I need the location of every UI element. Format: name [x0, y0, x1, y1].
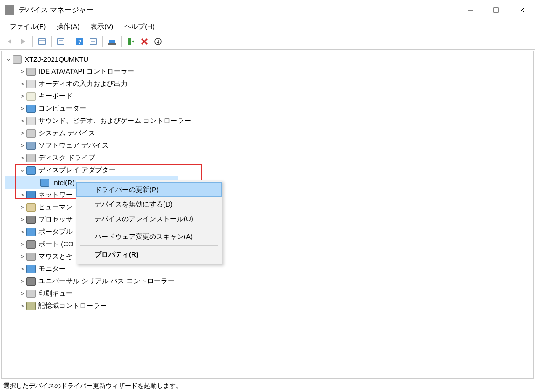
tree-item-system[interactable]: システム デバイス [5, 127, 533, 139]
chevron-right-icon[interactable] [18, 81, 26, 87]
minimize-button[interactable] [458, 0, 483, 20]
chevron-right-icon[interactable] [18, 217, 26, 223]
enable-device-button[interactable] [124, 35, 137, 48]
svg-rect-13 [108, 43, 116, 45]
chevron-down-icon[interactable] [5, 56, 13, 63]
scan-hardware-button[interactable] [87, 35, 100, 48]
ctx-item-label: ドライバーの更新(P) [95, 185, 159, 194]
tree-root-label: XTZJ-2021QUMKTU [25, 55, 88, 63]
tree-item-label: プロセッサ [38, 215, 73, 224]
tree-item-sound[interactable]: サウンド、ビデオ、およびゲーム コントローラー [5, 115, 533, 127]
svg-rect-1 [494, 8, 498, 12]
context-menu: ドライバーの更新(P) デバイスを無効にする(D) デバイスのアンインストール(… [76, 180, 222, 264]
tree-item-label: ユニバーサル シリアル バス コントローラー [38, 277, 175, 286]
chevron-right-icon[interactable] [18, 278, 26, 285]
tree-item-printq[interactable]: 印刷キュー [5, 287, 533, 300]
uninstall-device-button[interactable] [138, 35, 151, 48]
usb-icon [26, 277, 36, 286]
chevron-right-icon[interactable] [18, 143, 26, 149]
network-icon [26, 191, 36, 199]
ctx-properties[interactable]: プロパティ(R) [76, 247, 222, 262]
chevron-right-icon[interactable] [18, 204, 26, 211]
device-tree[interactable]: XTZJ-2021QUMKTU IDE ATA/ATAPI コントローラー オー… [1, 51, 534, 379]
menu-help[interactable]: ヘルプ(H) [120, 21, 159, 32]
disk-icon [26, 154, 36, 162]
ctx-update-driver[interactable]: ドライバーの更新(P) [76, 182, 222, 197]
chevron-right-icon[interactable] [18, 192, 26, 198]
tree-item-label: サウンド、ビデオ、およびゲーム コントローラー [38, 117, 191, 125]
toolbar: ? [0, 33, 535, 50]
chevron-right-icon[interactable] [18, 291, 26, 297]
separator [121, 36, 122, 47]
help-button[interactable]: ? [73, 35, 86, 48]
svg-rect-4 [39, 39, 45, 44]
tree-item-label: ディスプレイ アダプター [38, 166, 116, 175]
window-controls [458, 0, 535, 20]
chevron-down-icon[interactable] [18, 167, 26, 174]
chevron-right-icon[interactable] [18, 106, 26, 112]
update-driver-button[interactable] [106, 35, 118, 48]
tree-item-label: ヒューマン [38, 203, 73, 212]
app-icon [5, 5, 14, 15]
tree-item-label: 印刷キュー [38, 289, 73, 298]
tree-item-label: 記憶域コントローラー [38, 302, 107, 310]
svg-text:?: ? [78, 39, 81, 45]
ctx-disable-device[interactable]: デバイスを無効にする(D) [76, 197, 222, 212]
forward-button[interactable] [17, 35, 30, 48]
system-icon [26, 129, 36, 138]
tree-item-monitor[interactable]: モニター [5, 263, 533, 275]
chevron-right-icon[interactable] [18, 93, 26, 100]
menu-action[interactable]: 操作(A) [52, 21, 84, 32]
tree-root[interactable]: XTZJ-2021QUMKTU [5, 53, 533, 65]
chevron-right-icon[interactable] [18, 69, 26, 75]
tree-item-usb[interactable]: ユニバーサル シリアル バス コントローラー [5, 275, 533, 287]
ctx-uninstall-device[interactable]: デバイスのアンインストール(U) [76, 212, 222, 226]
speaker-icon [26, 80, 36, 88]
chevron-right-icon[interactable] [18, 118, 26, 124]
chevron-right-icon[interactable] [18, 155, 26, 161]
tree-item-audio[interactable]: オーディオの入力および出力 [5, 78, 533, 90]
tree-item-storage[interactable]: 記憶域コントローラー [5, 300, 533, 312]
disable-device-button[interactable] [152, 35, 164, 48]
tree-item-label: システム デバイス [38, 129, 95, 138]
computer-icon [13, 55, 22, 64]
maximize-button[interactable] [483, 0, 509, 20]
chevron-right-icon[interactable] [18, 241, 26, 248]
tree-item-label: ポート (CO [38, 240, 74, 249]
monitor-icon [26, 105, 36, 113]
back-button[interactable] [3, 35, 16, 48]
status-text: 選択したデバイスのドライバー更新ウィザードを起動します。 [3, 382, 182, 390]
properties-button[interactable] [54, 35, 67, 48]
cpu-icon [26, 216, 36, 224]
portable-icon [26, 228, 36, 236]
ctx-item-label: プロパティ(R) [95, 250, 138, 259]
window-title: デバイス マネージャー [19, 5, 94, 15]
chevron-right-icon[interactable] [18, 229, 26, 235]
menu-file[interactable]: ファイル(F) [5, 21, 50, 32]
ctx-scan-hardware[interactable]: ハードウェア変更のスキャン(A) [76, 229, 222, 244]
tree-item-software[interactable]: ソフトウェア デバイス [5, 139, 533, 152]
chevron-right-icon[interactable] [18, 130, 26, 137]
chevron-right-icon[interactable] [18, 266, 26, 272]
separator [80, 245, 218, 246]
tree-item-ide[interactable]: IDE ATA/ATAPI コントローラー [5, 65, 533, 78]
tree-item-label: オーディオの入力および出力 [38, 79, 127, 88]
chevron-right-icon[interactable] [18, 254, 26, 260]
status-bar: 選択したデバイスのドライバー更新ウィザードを起動します。 [0, 380, 535, 392]
chevron-right-icon[interactable] [18, 303, 26, 309]
separator [80, 228, 218, 228]
menu-view[interactable]: 表示(V) [86, 21, 118, 32]
speaker-icon [26, 117, 36, 125]
menu-bar: ファイル(F) 操作(A) 表示(V) ヘルプ(H) [0, 20, 535, 33]
tree-item-keyboard[interactable]: キーボード [5, 90, 533, 102]
tree-item-disk[interactable]: ディスク ドライブ [5, 152, 533, 164]
close-button[interactable] [509, 0, 535, 20]
monitor-icon [26, 265, 36, 273]
mouse-icon [26, 253, 36, 261]
svg-rect-6 [58, 39, 64, 44]
title-bar: デバイス マネージャー [0, 0, 535, 20]
show-hide-console-button[interactable] [36, 35, 48, 48]
tree-item-display[interactable]: ディスプレイ アダプター [5, 164, 533, 176]
tree-item-computer[interactable]: コンピューター [5, 102, 533, 115]
hid-icon [26, 203, 36, 212]
